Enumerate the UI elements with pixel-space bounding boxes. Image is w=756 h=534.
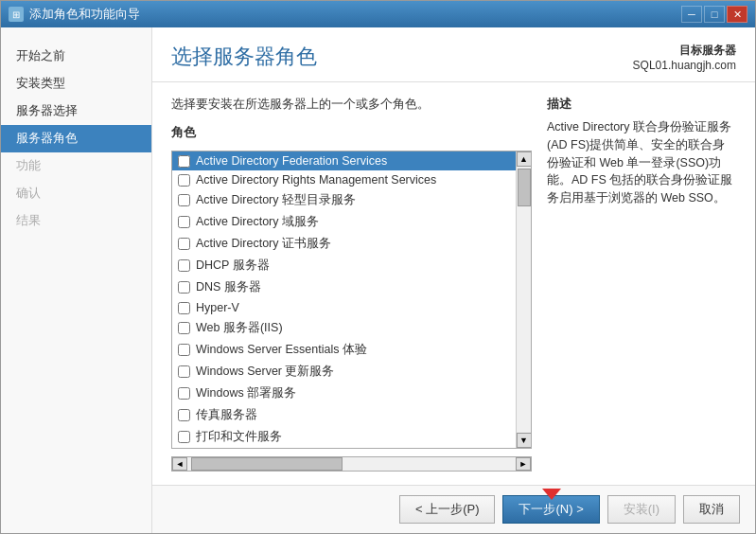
panel-body: 选择要安装在所选服务器上的一个或多个角色。 角色 Active Director… (152, 82, 755, 485)
scroll-thumb[interactable] (518, 169, 531, 206)
install-button: 安装(I) (607, 495, 676, 524)
role-label-adrms: Active Directory Rights Management Servi… (196, 173, 436, 187)
role-list-box: Active Directory Federation Services Act… (171, 151, 532, 449)
sidebar-item-server-roles[interactable]: 服务器角色 (1, 125, 151, 152)
role-list-scroll[interactable]: Active Directory Federation Services Act… (172, 151, 516, 448)
description-column: 描述 Active Directory 联合身份验证服务(AD FS)提供简单、… (547, 96, 736, 472)
sidebar: 开始之前 安装类型 服务器选择 服务器角色 功能 确认 结果 (1, 27, 152, 533)
target-server-info: 目标服务器 SQL01.huangjh.com (633, 43, 736, 72)
role-checkbox-dns[interactable] (178, 281, 190, 294)
role-label-adds: Active Directory 域服务 (196, 214, 319, 230)
description-header: 描述 (547, 96, 736, 113)
role-item-dhcp[interactable]: DHCP 服务器 (172, 255, 516, 276)
app-icon: ⊞ (9, 7, 24, 22)
role-item-fax[interactable]: 传真服务器 (172, 404, 516, 426)
role-checkbox-iis[interactable] (178, 322, 190, 334)
role-label-print: 打印和文件服务 (196, 429, 282, 445)
role-item-adds[interactable]: Active Directory 域服务 (172, 211, 516, 233)
description-text: Active Directory 联合身份验证服务(AD FS)提供简单、安全的… (547, 118, 736, 207)
role-item-adfs[interactable]: Active Directory Federation Services (172, 151, 516, 170)
instruction-text: 选择要安装在所选服务器上的一个或多个角色。 (171, 96, 532, 113)
role-label-wds: Windows 部署服务 (196, 385, 296, 401)
role-checkbox-adlds[interactable] (178, 194, 190, 206)
sidebar-item-server-select[interactable]: 服务器选择 (1, 98, 151, 125)
sidebar-item-confirm: 确认 (1, 180, 151, 207)
vertical-scrollbar[interactable]: ▲ ▼ (516, 151, 531, 448)
target-server-label: 目标服务器 (633, 43, 736, 59)
role-item-iis[interactable]: Web 服务器(IIS) (172, 317, 516, 339)
role-item-wds[interactable]: Windows 部署服务 (172, 383, 516, 404)
role-label-iis: Web 服务器(IIS) (196, 320, 283, 336)
main-content: 开始之前 安装类型 服务器选择 服务器角色 功能 确认 结果 选择服务器角色 目… (1, 27, 755, 533)
role-item-dns[interactable]: DNS 服务器 (172, 276, 516, 298)
role-checkbox-fax[interactable] (178, 409, 190, 421)
scroll-down-arrow[interactable]: ▼ (517, 433, 532, 448)
role-checkbox-hyperv[interactable] (178, 302, 190, 314)
role-item-adrms[interactable]: Active Directory Rights Management Servi… (172, 170, 516, 189)
h-scroll-thumb[interactable] (191, 457, 343, 471)
role-label-dns: DNS 服务器 (196, 279, 261, 295)
scroll-track[interactable] (517, 167, 531, 433)
scroll-left-arrow[interactable]: ◄ (172, 457, 187, 471)
sidebar-item-results: 结果 (1, 207, 151, 235)
next-button[interactable]: 下一步(N) > (502, 495, 599, 524)
role-checkbox-wsus[interactable] (178, 365, 190, 378)
role-item-hyperv[interactable]: Hyper-V (172, 298, 516, 317)
role-label-adlds: Active Directory 轻型目录服务 (196, 192, 356, 208)
minimize-button[interactable]: ─ (681, 6, 702, 23)
role-checkbox-dhcp[interactable] (178, 259, 190, 272)
role-item-print[interactable]: 打印和文件服务 (172, 426, 516, 448)
horizontal-scrollbar[interactable]: ◄ ► (171, 456, 532, 472)
role-label-hyperv: Hyper-V (196, 301, 239, 314)
right-panel: 选择服务器角色 目标服务器 SQL01.huangjh.com 选择要安装在所选… (152, 27, 755, 533)
role-label-adcs: Active Directory 证书服务 (196, 236, 331, 252)
sidebar-item-features: 功能 (1, 152, 151, 180)
main-window: ⊞ 添加角色和功能向导 ─ □ ✕ 开始之前 安装类型 服务器选择 服务器角色 … (0, 0, 756, 534)
list-column: 选择要安装在所选服务器上的一个或多个角色。 角色 Active Director… (171, 96, 532, 472)
role-label-dhcp: DHCP 服务器 (196, 258, 270, 274)
title-bar-left: ⊞ 添加角色和功能向导 (9, 6, 140, 23)
panel-footer: < 上一步(P) 下一步(N) > 安装(I) 取消 (152, 485, 755, 533)
window-controls: ─ □ ✕ (681, 6, 747, 23)
role-list: Active Directory Federation Services Act… (172, 151, 516, 448)
role-checkbox-wse[interactable] (178, 344, 190, 356)
role-item-wse[interactable]: Windows Server Essentials 体验 (172, 339, 516, 361)
close-button[interactable]: ✕ (727, 6, 747, 23)
role-label-adfs: Active Directory Federation Services (196, 154, 387, 168)
sidebar-item-install-type[interactable]: 安装类型 (1, 70, 151, 98)
role-label-wse: Windows Server Essentials 体验 (196, 342, 367, 358)
role-item-wsus[interactable]: Windows Server 更新服务 (172, 361, 516, 383)
role-checkbox-print[interactable] (178, 431, 190, 443)
maximize-button[interactable]: □ (704, 6, 725, 23)
role-column-header: 角色 (171, 124, 532, 141)
sidebar-item-before-start[interactable]: 开始之前 (1, 43, 151, 70)
page-title: 选择服务器角色 (171, 43, 317, 71)
panel-header: 选择服务器角色 目标服务器 SQL01.huangjh.com (152, 27, 755, 82)
scroll-right-arrow[interactable]: ► (516, 457, 531, 471)
role-checkbox-adds[interactable] (178, 216, 190, 228)
role-item-adlds[interactable]: Active Directory 轻型目录服务 (172, 189, 516, 211)
scroll-up-arrow[interactable]: ▲ (517, 151, 532, 167)
title-bar: ⊞ 添加角色和功能向导 ─ □ ✕ (1, 1, 755, 27)
role-item-adcs[interactable]: Active Directory 证书服务 (172, 233, 516, 255)
target-server-name: SQL01.huangjh.com (633, 59, 736, 72)
prev-button[interactable]: < 上一步(P) (399, 495, 496, 524)
cancel-button[interactable]: 取消 (683, 495, 740, 524)
role-checkbox-adfs[interactable] (178, 155, 190, 168)
window-title: 添加角色和功能向导 (29, 6, 140, 23)
role-checkbox-adrms[interactable] (178, 174, 190, 187)
role-checkbox-adcs[interactable] (178, 238, 190, 250)
role-label-wsus: Windows Server 更新服务 (196, 364, 334, 380)
role-label-fax: 传真服务器 (196, 407, 257, 423)
role-checkbox-wds[interactable] (178, 387, 190, 400)
